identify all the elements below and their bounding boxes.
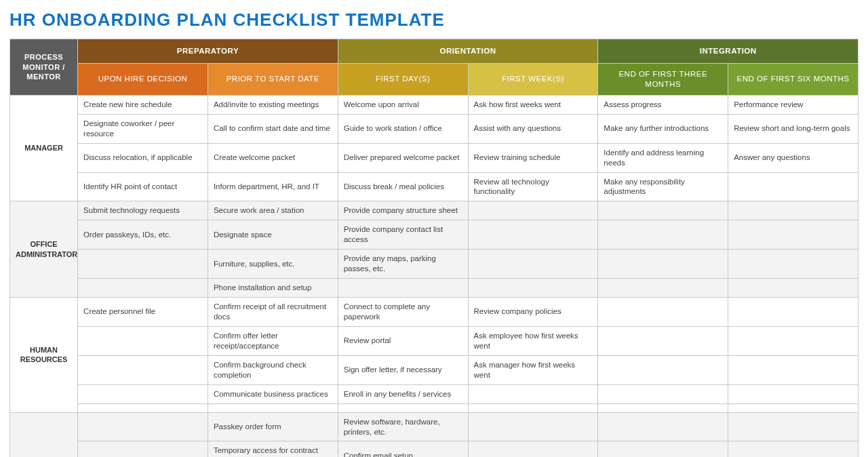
task-cell	[598, 250, 728, 279]
task-cell: Assist with any questions	[468, 114, 598, 143]
task-cell: Provide any maps, parking passes, etc.	[338, 250, 468, 279]
task-cell	[78, 279, 208, 298]
task-cell	[728, 412, 859, 441]
task-cell	[728, 172, 859, 201]
task-cell: Welcome upon arrival	[338, 95, 468, 114]
task-cell	[468, 403, 598, 412]
task-cell	[338, 403, 468, 412]
subheader-six-months: END OF FIRST SIX MONTHS	[728, 63, 859, 95]
subheader-upon-hire: UPON HIRE DECISION	[78, 63, 208, 95]
task-cell: Guide to work station / office	[338, 114, 468, 143]
checklist-table-wrapper: PROCESS MONITOR / MENTOR PREPARATORY ORI…	[9, 39, 859, 457]
task-cell	[208, 403, 338, 412]
task-cell	[468, 412, 598, 441]
task-cell: Connect to complete any paperwork	[338, 298, 468, 327]
task-cell: Designate coworker / peer resource	[78, 114, 208, 143]
task-cell	[598, 220, 728, 250]
row-label-technology: TECHNOLOGY	[10, 412, 78, 457]
task-cell: Discuss break / meal policies	[338, 172, 468, 201]
task-cell	[598, 412, 728, 441]
task-cell: Make any responsibility adjustments	[598, 172, 728, 201]
task-cell: Make any further introductions	[598, 114, 728, 143]
task-cell: Confirm email setup	[338, 441, 468, 457]
task-cell	[728, 384, 859, 403]
task-cell: Ask employee how first weeks went	[468, 326, 598, 355]
task-cell	[728, 355, 859, 384]
section-manager: MANAGER Create new hire schedule Add/inv…	[10, 95, 859, 201]
task-cell	[598, 326, 728, 355]
task-cell	[468, 220, 598, 250]
task-cell	[598, 441, 728, 457]
task-cell	[468, 384, 598, 403]
task-cell: Create new hire schedule	[78, 95, 208, 114]
phase-header-preparatory: PREPARATORY	[78, 39, 338, 64]
subheader-first-week: FIRST WEEK(S)	[468, 63, 598, 95]
task-cell: Answer any questions	[728, 143, 859, 172]
task-cell: Confirm receipt of all recruitment docs	[208, 298, 338, 327]
task-cell	[728, 250, 859, 279]
task-cell: Deliver prepared welcome packet	[338, 143, 468, 172]
task-cell	[598, 403, 728, 412]
task-cell: Performance review	[728, 95, 859, 114]
task-cell: Ask how first weeks went	[468, 95, 598, 114]
task-cell	[338, 279, 468, 298]
task-cell	[78, 326, 208, 355]
task-cell: Add/invite to existing meetings	[208, 95, 338, 114]
task-cell: Identify and address learning needs	[598, 143, 728, 172]
task-cell: Identify HR point of contact	[78, 172, 208, 201]
task-cell	[728, 279, 859, 298]
corner-header: PROCESS MONITOR / MENTOR	[10, 39, 78, 96]
row-label-hr: HUMAN RESOURCES	[10, 298, 78, 413]
task-cell: Review software, hardware, printers, etc…	[338, 412, 468, 441]
task-cell	[78, 355, 208, 384]
task-cell	[468, 279, 598, 298]
task-cell: Provide company structure sheet	[338, 201, 468, 220]
task-cell: Designate space	[208, 220, 338, 250]
task-cell: Secure work area / station	[208, 201, 338, 220]
section-office-admin: OFFICE ADMINISTRATOR Submit technology r…	[10, 201, 859, 298]
task-cell: Submit technology requests	[78, 201, 208, 220]
task-cell: Call to confirm start date and time	[208, 114, 338, 143]
checklist-table: PROCESS MONITOR / MENTOR PREPARATORY ORI…	[9, 39, 859, 457]
task-cell: Assess progress	[598, 95, 728, 114]
task-cell: Review all technology functionality	[468, 172, 598, 201]
phase-header-orientation: ORIENTATION	[338, 39, 598, 64]
task-cell: Phone installation and setup	[208, 279, 338, 298]
task-cell: Discuss relocation, if applicable	[78, 143, 208, 172]
task-cell	[78, 384, 208, 403]
task-cell	[78, 403, 208, 412]
task-cell: Review short and long-term goals	[728, 114, 859, 143]
task-cell	[728, 441, 859, 457]
task-cell	[598, 201, 728, 220]
task-cell	[728, 326, 859, 355]
subheader-first-day: FIRST DAY(S)	[338, 63, 468, 95]
task-cell	[468, 250, 598, 279]
task-cell	[78, 250, 208, 279]
task-cell	[598, 279, 728, 298]
task-cell	[598, 298, 728, 327]
section-technology: TECHNOLOGY Passkey order form Review sof…	[10, 412, 859, 457]
task-cell: Create welcome packet	[208, 143, 338, 172]
task-cell	[468, 201, 598, 220]
task-cell	[78, 441, 208, 457]
page-title: HR ONBOARDING PLAN CHECKLIST TEMPLATE	[9, 9, 859, 31]
row-label-office-admin: OFFICE ADMINISTRATOR	[10, 201, 78, 298]
task-cell: Review portal	[338, 326, 468, 355]
task-cell: Provide company contact list access	[338, 220, 468, 250]
task-cell: Sign offer letter, if necessary	[338, 355, 468, 384]
task-cell	[598, 384, 728, 403]
phase-header-integration: INTEGRATION	[598, 39, 859, 64]
task-cell	[728, 201, 859, 220]
row-label-manager: MANAGER	[10, 95, 78, 201]
task-cell: Review training schedule	[468, 143, 598, 172]
task-cell: Create personnel file	[78, 298, 208, 327]
task-cell: Confirm offer letter receipt/acceptance	[208, 326, 338, 355]
task-cell: Passkey order form	[208, 412, 338, 441]
task-cell: Ask manager how first weeks went	[468, 355, 598, 384]
task-cell	[598, 355, 728, 384]
task-cell	[728, 403, 859, 412]
section-human-resources: HUMAN RESOURCES Create personnel file Co…	[10, 298, 859, 413]
task-cell: Review company policies	[468, 298, 598, 327]
task-cell: Temporary access for contract new hire	[208, 441, 338, 457]
task-cell	[728, 298, 859, 327]
